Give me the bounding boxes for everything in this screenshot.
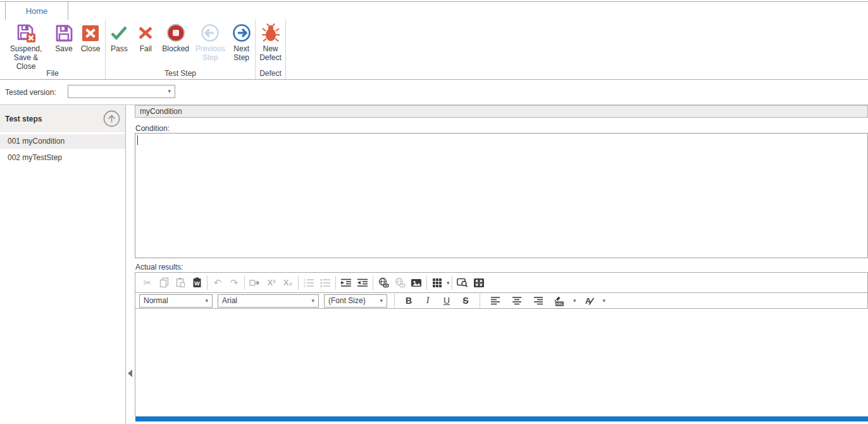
separator — [207, 276, 208, 290]
next-step-label: Next Step — [233, 44, 249, 62]
ribbon-group-test-step: Pass Fail Blocked — [106, 20, 256, 79]
font-size-combobox[interactable]: (Font Size) ▾ — [324, 294, 387, 308]
pass-check-icon — [109, 22, 129, 44]
paste-icon[interactable] — [172, 273, 189, 292]
test-step-item-001[interactable]: 001 myCondition — [0, 134, 125, 149]
align-center-icon[interactable] — [509, 293, 525, 308]
editor-toolbar-row2: Normal ▾ Arial ▾ (Font Size) ▾ B I U S — [135, 292, 868, 309]
highlight-dropdown-icon[interactable]: ▾ — [573, 297, 576, 304]
test-steps-list: 001 myCondition 002 myTestStep — [0, 134, 125, 165]
chevron-down-icon: ▾ — [380, 298, 383, 304]
separator — [335, 276, 336, 290]
separator — [394, 294, 395, 308]
test-steps-title: Test steps — [5, 115, 42, 123]
save-button[interactable]: Save — [51, 22, 77, 53]
actual-results-input[interactable] — [135, 309, 868, 416]
fail-button[interactable]: Fail — [132, 22, 159, 53]
editor-toolbar-row1: ✂ W — [135, 272, 868, 292]
insert-image-icon[interactable] — [408, 273, 425, 292]
font-color-icon[interactable]: A — [581, 293, 597, 308]
bug-icon — [261, 22, 281, 44]
svg-text:W: W — [194, 280, 200, 287]
subscript-icon[interactable]: X₂ — [280, 273, 296, 292]
ribbon-body: Suspend, Save & Close Save — [0, 20, 868, 79]
paragraph-style-combobox[interactable]: Normal ▾ — [139, 294, 213, 308]
ribbon-top-border — [0, 1, 868, 2]
step-title-bar: myCondition — [135, 105, 868, 118]
font-name-value: Arial — [222, 296, 237, 305]
align-right-icon[interactable] — [530, 293, 547, 308]
tested-version-row: Tested version: ▾ — [0, 80, 868, 105]
format-stripper-icon[interactable] — [247, 273, 263, 292]
outdent-icon[interactable] — [354, 273, 371, 292]
collapse-up-icon[interactable] — [103, 110, 120, 127]
close-button[interactable]: Close — [77, 22, 104, 53]
insert-link-icon[interactable] — [375, 273, 392, 292]
bullet-list-icon[interactable] — [317, 273, 333, 292]
redo-icon[interactable]: ↷ — [226, 273, 242, 292]
indent-icon[interactable] — [338, 273, 354, 292]
group-label-file: File — [0, 69, 105, 78]
font-color-dropdown-icon[interactable]: ▾ — [603, 297, 606, 304]
paste-from-word-icon[interactable]: W — [189, 273, 205, 292]
pass-label: Pass — [111, 44, 128, 53]
ribbon: Home Suspend, Save & Close — [0, 0, 868, 80]
condition-input[interactable] — [135, 133, 868, 258]
ribbon-group-file: Suspend, Save & Close Save — [0, 20, 106, 79]
test-steps-panel: Test steps 001 myCondition 002 myTestSte… — [0, 105, 126, 424]
undo-icon[interactable]: ↶ — [209, 273, 226, 292]
step-detail-pane: myCondition Condition: Actual results: ✂ — [135, 105, 868, 424]
next-step-button[interactable]: Next Step — [228, 22, 255, 62]
fail-label: Fail — [140, 44, 152, 53]
separator — [244, 276, 245, 290]
highlight-color-icon[interactable]: ABC — [552, 293, 567, 308]
test-steps-header: Test steps — [0, 105, 125, 132]
close-icon — [80, 22, 101, 44]
font-name-combobox[interactable]: Arial ▾ — [218, 294, 319, 308]
cut-icon[interactable]: ✂ — [139, 273, 156, 292]
chevron-down-icon: ▾ — [311, 298, 314, 304]
save-label: Save — [55, 44, 72, 53]
blocked-button[interactable]: Blocked — [159, 22, 192, 53]
tested-version-combobox[interactable]: ▾ — [68, 85, 175, 98]
previous-step-icon — [200, 22, 220, 44]
paragraph-style-value: Normal — [144, 296, 168, 305]
strikethrough-button[interactable]: S — [459, 296, 473, 306]
fullscreen-icon[interactable] — [471, 273, 487, 292]
close-label: Close — [81, 44, 101, 53]
fail-x-icon — [135, 22, 156, 44]
next-step-icon — [232, 22, 252, 44]
svg-text:ABC: ABC — [556, 302, 564, 306]
condition-label: Condition: — [135, 124, 170, 133]
separator — [298, 276, 299, 290]
remove-link-icon[interactable] — [392, 273, 408, 292]
suspend-save-close-label: Suspend, Save & Close — [4, 44, 47, 71]
copy-icon[interactable] — [156, 273, 172, 292]
align-left-icon[interactable] — [487, 293, 504, 308]
separator — [452, 276, 452, 290]
preview-icon[interactable] — [454, 273, 471, 292]
chevron-down-icon: ▾ — [205, 298, 208, 304]
suspend-save-close-button[interactable]: Suspend, Save & Close — [1, 22, 51, 71]
table-dropdown-icon[interactable]: ▾ — [447, 280, 450, 286]
tab-home[interactable]: Home — [5, 1, 68, 20]
panel-collapse-handle[interactable] — [128, 370, 132, 377]
test-step-item-002[interactable]: 002 myTestStep — [0, 151, 125, 165]
blocked-label: Blocked — [162, 44, 189, 53]
previous-step-button[interactable]: Previous Step — [192, 22, 228, 62]
group-label-defect: Defect — [256, 69, 285, 78]
group-label-test-step: Test Step — [106, 69, 255, 78]
bold-button[interactable]: B — [402, 296, 416, 306]
save-icon — [54, 22, 74, 44]
superscript-icon[interactable]: X² — [263, 273, 280, 292]
underline-button[interactable]: U — [440, 296, 454, 306]
italic-button[interactable]: I — [421, 296, 435, 306]
insert-table-icon[interactable] — [429, 273, 445, 292]
separator — [480, 294, 480, 308]
blocked-stop-icon — [166, 22, 186, 44]
ribbon-group-defect: New Defect Defect — [256, 20, 286, 79]
pass-button[interactable]: Pass — [106, 22, 132, 53]
ordered-list-icon[interactable]: 1 2 3 — [301, 273, 317, 292]
new-defect-button[interactable]: New Defect — [256, 22, 285, 62]
text-cursor — [137, 135, 138, 145]
